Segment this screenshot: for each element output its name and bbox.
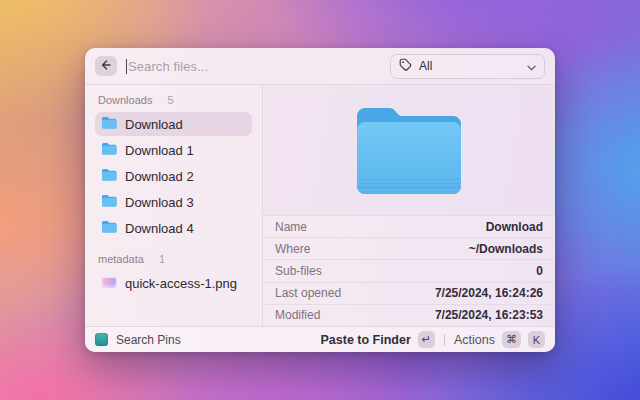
sidebar-item-download-3[interactable]: Download 3 [95,190,252,214]
sidebar-item-download-1[interactable]: Download 1 [95,138,252,162]
search-toolbar: Search files... All [85,48,555,85]
item-label: Download 1 [125,143,194,158]
item-label: Download 4 [125,221,194,236]
sidebar-item-download-2[interactable]: Download 2 [95,164,252,188]
row-label: Last opened [275,286,341,300]
sidebar-item-download[interactable]: Download [95,112,252,136]
image-thumbnail-icon [101,277,117,289]
paste-to-finder-button[interactable]: Paste to Finder [320,333,410,347]
row-value: 7/25/2024, 16:24:26 [435,286,543,300]
folder-icon [101,141,117,159]
item-label: Download 3 [125,195,194,210]
actions-button[interactable]: Actions [454,333,495,347]
detail-panel: Name Download Where ~/Downloads Sub-file… [263,85,555,326]
text-caret [126,59,127,74]
folder-preview-icon [351,102,467,198]
search-placeholder: Search files... [128,59,208,74]
folder-icon [101,193,117,211]
row-label: Name [275,220,307,234]
filter-dropdown[interactable]: All [390,54,545,79]
sidebar-item-download-4[interactable]: Download 4 [95,216,252,240]
folder-icon [101,167,117,185]
section-header-metadata: metadata 1 [95,253,252,265]
item-label: Download 2 [125,169,194,184]
row-value: ~/Downloads [469,242,543,256]
folder-icon [101,219,117,237]
tag-icon [399,57,412,75]
arrow-left-icon [100,59,112,74]
section-header-downloads: Downloads 5 [95,94,252,106]
file-preview [263,85,555,215]
results-sidebar: Downloads 5 Download Download 1 Download… [85,85,263,326]
item-label: quick-access-1.png [125,276,237,291]
item-label: Download [125,117,183,132]
chevron-down-icon [527,57,536,75]
row-value: Download [486,220,543,234]
app-identity: Search Pins [95,333,181,347]
back-button[interactable] [95,56,117,76]
app-name: Search Pins [116,333,181,347]
folder-icon [101,115,117,133]
metadata-row-subfiles: Sub-files 0 [263,259,555,281]
section-count: 1 [159,253,165,265]
metadata-row-last-opened: Last opened 7/25/2024, 16:24:26 [263,282,555,304]
section-label: Downloads [98,94,152,106]
row-label: Where [275,242,310,256]
desktop-background: Search files... All Downloads 5 [0,0,640,400]
search-pins-app-icon [95,333,108,346]
window-main: Downloads 5 Download Download 1 Download… [85,85,555,326]
sidebar-item-quick-access[interactable]: quick-access-1.png [95,271,252,295]
filter-value: All [419,59,520,73]
row-value: 0 [536,264,543,278]
status-bar: Search Pins Paste to Finder ↵ Actions ⌘ … [85,326,555,352]
return-key-badge: ↵ [418,331,435,348]
metadata-row-name: Name Download [263,215,555,237]
section-label: metadata [98,253,144,265]
command-key-badge: ⌘ [502,331,521,348]
row-label: Modified [275,308,320,322]
row-label: Sub-files [275,264,322,278]
metadata-row-modified: Modified 7/25/2024, 16:23:53 [263,304,555,326]
section-count: 5 [167,94,173,106]
footer-divider [444,334,445,346]
metadata-row-where: Where ~/Downloads [263,237,555,259]
metadata-table: Name Download Where ~/Downloads Sub-file… [263,215,555,326]
search-input[interactable]: Search files... [126,48,381,84]
footer-actions: Paste to Finder ↵ Actions ⌘ K [320,331,545,348]
row-value: 7/25/2024, 16:23:53 [435,308,543,322]
k-key-badge: K [528,331,545,348]
search-pins-window: Search files... All Downloads 5 [85,48,555,352]
